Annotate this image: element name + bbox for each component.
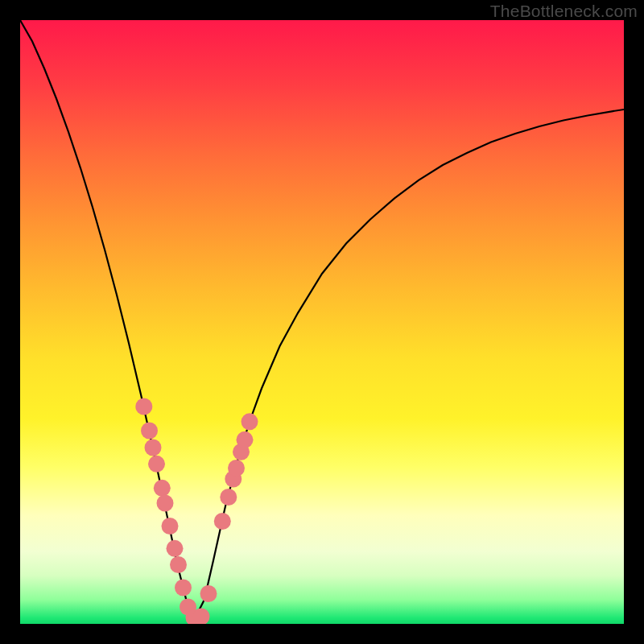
marker-dot — [167, 540, 184, 557]
marker-dot — [228, 460, 245, 477]
marker-dot — [237, 431, 254, 448]
marker-dot — [200, 585, 217, 602]
marker-dot — [214, 513, 231, 530]
marker-dot — [141, 423, 158, 440]
marker-dot — [220, 489, 237, 506]
marker-dot — [135, 398, 152, 415]
marker-dot — [154, 480, 171, 497]
marker-dot — [175, 580, 192, 597]
marker-cluster — [135, 398, 258, 625]
marker-dot — [162, 518, 179, 535]
chart-svg — [20, 20, 624, 624]
watermark-text: TheBottleneck.com — [490, 2, 638, 21]
outer-frame: TheBottleneck.com — [0, 0, 644, 644]
marker-dot — [157, 495, 174, 512]
bottleneck-curve — [20, 20, 624, 618]
marker-dot — [170, 556, 187, 573]
marker-dot — [242, 413, 258, 430]
marker-dot — [148, 456, 165, 473]
plot-area — [20, 20, 624, 624]
marker-dot — [145, 440, 162, 456]
